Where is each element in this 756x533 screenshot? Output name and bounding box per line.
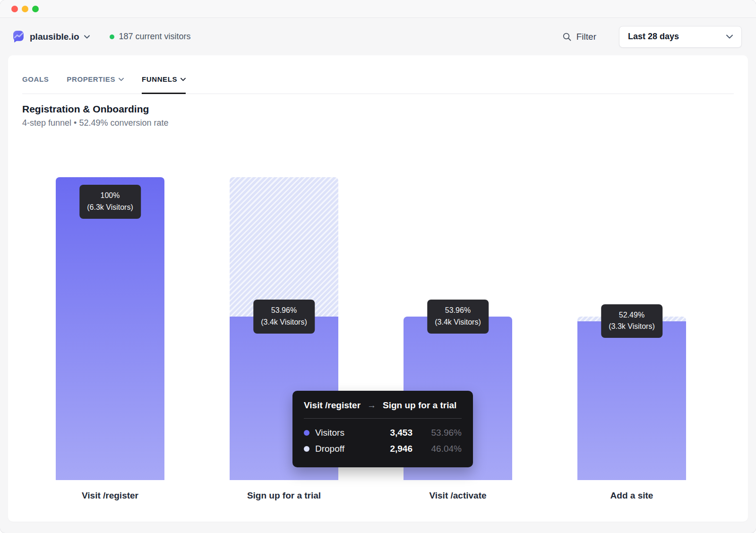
step-percentage: 53.96% — [261, 305, 307, 317]
step-percentage: 52.49% — [609, 309, 655, 321]
step-visitors: (3.4k Visitors) — [261, 317, 307, 328]
funnel-bar-value-chip: 52.49% (3.3k Visitors) — [601, 304, 662, 338]
tabs-bar: GOALS PROPERTIES FUNNELS — [22, 55, 734, 94]
step-visitors: (6.3k Visitors) — [87, 202, 133, 214]
funnel-bar[interactable]: 100% (6.3k Visitors) — [56, 177, 164, 480]
funnel-step: 100% (6.3k Visitors) Visit /register — [56, 177, 164, 501]
tab-goals[interactable]: GOALS — [22, 75, 49, 94]
visitors-value: 3,453 — [372, 428, 412, 438]
funnel-bar-dropoff-area — [230, 177, 338, 317]
site-selector[interactable]: plausible.io — [12, 30, 90, 43]
visitors-label: Visitors — [315, 428, 366, 438]
filter-button[interactable]: Filter — [559, 31, 599, 43]
tooltip-visitors-row: Visitors 3,453 53.96% — [304, 425, 462, 441]
chevron-down-icon — [119, 77, 124, 81]
funnel-bar-value-chip: 53.96% (3.4k Visitors) — [427, 300, 489, 334]
date-range-select[interactable]: Last 28 days — [619, 26, 742, 48]
funnel-bar[interactable]: 52.49% (3.3k Visitors) — [577, 177, 686, 480]
step-name: Visit /register — [56, 490, 164, 501]
chevron-down-icon — [180, 77, 186, 81]
site-name: plausible.io — [30, 32, 79, 42]
window-zoom-button[interactable] — [32, 6, 39, 12]
visitors-dot-icon — [304, 430, 309, 436]
visitors-pct: 53.96% — [418, 428, 462, 438]
funnel-hover-tooltip: Visit /register → Sign up for a trial Vi… — [292, 391, 473, 467]
tooltip-header: Visit /register → Sign up for a trial — [304, 400, 462, 411]
funnel-bar-fill — [56, 177, 164, 480]
tooltip-from-step: Visit /register — [304, 400, 361, 411]
window-close-button[interactable] — [11, 6, 18, 12]
funnel-bar-value-chip: 53.96% (3.4k Visitors) — [253, 300, 315, 334]
tab-properties[interactable]: PROPERTIES — [67, 75, 124, 94]
dropoff-value: 2,946 — [372, 444, 412, 454]
live-dot-icon — [110, 34, 114, 39]
search-icon — [562, 32, 572, 42]
dropoff-label: Dropoff — [315, 444, 366, 454]
chevron-down-icon — [726, 34, 733, 39]
app-header: plausible.io 187 current visitors Filter… — [0, 18, 756, 55]
funnel-subtitle: 4-step funnel • 52.49% conversion rate — [22, 118, 734, 128]
funnel-title: Registration & Onboarding — [22, 103, 734, 115]
dropoff-pct: 46.04% — [418, 444, 462, 454]
funnel-chart: 100% (6.3k Visitors) Visit /register 53.… — [22, 177, 734, 501]
dropoff-dot-icon — [304, 446, 309, 452]
chevron-down-icon — [84, 35, 90, 39]
date-range-value: Last 28 days — [628, 32, 679, 42]
step-percentage: 53.96% — [435, 305, 481, 317]
filter-label: Filter — [576, 32, 596, 42]
app-window: plausible.io 187 current visitors Filter… — [0, 0, 756, 533]
step-name: Add a site — [577, 490, 686, 501]
step-percentage: 100% — [87, 190, 133, 202]
current-visitors-label: 187 current visitors — [119, 32, 191, 42]
arrow-right-icon: → — [367, 400, 376, 411]
main-card: GOALS PROPERTIES FUNNELS Registration & … — [8, 55, 748, 522]
step-name: Visit /activate — [404, 490, 512, 501]
step-visitors: (3.3k Visitors) — [609, 321, 655, 333]
step-name: Sign up for a trial — [230, 490, 338, 501]
plausible-logo-icon — [12, 30, 25, 43]
step-visitors: (3.4k Visitors) — [435, 317, 481, 328]
funnel-bar-value-chip: 100% (6.3k Visitors) — [79, 185, 141, 219]
tooltip-to-step: Sign up for a trial — [383, 400, 456, 411]
tab-funnels[interactable]: FUNNELS — [142, 75, 186, 94]
current-visitors[interactable]: 187 current visitors — [110, 32, 191, 42]
tooltip-divider — [304, 418, 462, 419]
tooltip-dropoff-row: Dropoff 2,946 46.04% — [304, 441, 462, 457]
window-titlebar — [0, 0, 756, 18]
funnel-step: 52.49% (3.3k Visitors) Add a site — [577, 177, 686, 501]
funnel-bar-fill — [577, 321, 686, 480]
window-minimize-button[interactable] — [22, 6, 28, 12]
